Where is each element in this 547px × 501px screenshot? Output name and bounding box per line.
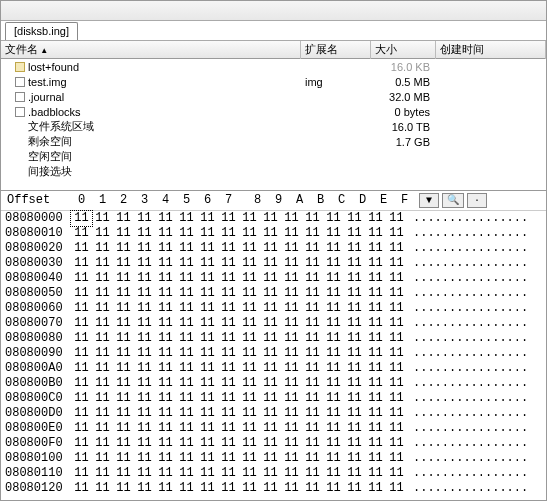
- list-item[interactable]: .badblocks0 bytes: [1, 104, 546, 119]
- hex-byte[interactable]: 11: [344, 331, 365, 346]
- hex-byte[interactable]: 11: [134, 271, 155, 286]
- hex-byte[interactable]: 11: [323, 301, 344, 316]
- hex-byte[interactable]: 11: [281, 376, 302, 391]
- hex-byte[interactable]: 11: [260, 481, 281, 496]
- hex-byte[interactable]: 11: [260, 361, 281, 376]
- hex-byte[interactable]: 11: [134, 301, 155, 316]
- hex-byte[interactable]: 11: [176, 481, 197, 496]
- hex-byte[interactable]: 11: [239, 421, 260, 436]
- hex-byte[interactable]: 11: [134, 226, 155, 241]
- hex-byte[interactable]: 11: [155, 376, 176, 391]
- hex-byte[interactable]: 11: [92, 361, 113, 376]
- hex-byte[interactable]: 11: [386, 346, 407, 361]
- hex-byte[interactable]: 11: [365, 466, 386, 481]
- hex-byte[interactable]: 11: [71, 436, 92, 451]
- hex-byte[interactable]: 11: [155, 361, 176, 376]
- hex-row[interactable]: 080800A011111111111111111111111111111111…: [5, 361, 546, 376]
- hex-byte[interactable]: 11: [155, 256, 176, 271]
- hex-byte[interactable]: 11: [176, 451, 197, 466]
- hex-byte[interactable]: 11: [134, 316, 155, 331]
- hex-byte[interactable]: 11: [71, 361, 92, 376]
- hex-byte[interactable]: 11: [197, 301, 218, 316]
- hex-byte[interactable]: 11: [239, 316, 260, 331]
- list-item[interactable]: .journal32.0 MB: [1, 89, 546, 104]
- column-header-ext[interactable]: 扩展名: [301, 41, 371, 59]
- hex-byte[interactable]: 11: [113, 376, 134, 391]
- hex-byte[interactable]: 11: [155, 211, 176, 226]
- hex-byte[interactable]: 11: [302, 451, 323, 466]
- hex-byte[interactable]: 11: [323, 271, 344, 286]
- hex-byte[interactable]: 11: [365, 346, 386, 361]
- hex-row[interactable]: 0808007011111111111111111111111111111111…: [5, 316, 546, 331]
- hex-byte[interactable]: 11: [218, 466, 239, 481]
- hex-byte[interactable]: 11: [239, 391, 260, 406]
- hex-byte[interactable]: 11: [155, 226, 176, 241]
- hex-byte[interactable]: 11: [281, 436, 302, 451]
- hex-byte[interactable]: 11: [113, 301, 134, 316]
- column-header-name[interactable]: 文件名 ▲: [1, 41, 301, 59]
- hex-byte[interactable]: 11: [113, 226, 134, 241]
- hex-byte[interactable]: 11: [323, 211, 344, 226]
- hex-byte[interactable]: 11: [134, 436, 155, 451]
- hex-byte[interactable]: 11: [302, 376, 323, 391]
- hex-byte[interactable]: 11: [386, 316, 407, 331]
- hex-byte[interactable]: 11: [239, 346, 260, 361]
- hex-byte[interactable]: 11: [365, 376, 386, 391]
- hex-byte[interactable]: 11: [92, 301, 113, 316]
- hex-byte[interactable]: 11: [155, 286, 176, 301]
- hex-byte[interactable]: 11: [155, 271, 176, 286]
- hex-byte[interactable]: 11: [323, 376, 344, 391]
- hex-row[interactable]: 0808002011111111111111111111111111111111…: [5, 241, 546, 256]
- hex-byte[interactable]: 11: [155, 466, 176, 481]
- hex-byte[interactable]: 11: [71, 226, 92, 241]
- hex-byte[interactable]: 11: [176, 241, 197, 256]
- list-item[interactable]: 空闲空间: [1, 149, 546, 164]
- hex-byte[interactable]: 11: [92, 256, 113, 271]
- hex-byte[interactable]: 11: [386, 271, 407, 286]
- hex-byte[interactable]: 11: [239, 481, 260, 496]
- hex-byte[interactable]: 11: [365, 361, 386, 376]
- hex-byte[interactable]: 11: [218, 211, 239, 226]
- hex-byte[interactable]: 11: [155, 316, 176, 331]
- hex-row[interactable]: 0808003011111111111111111111111111111111…: [5, 256, 546, 271]
- hex-byte[interactable]: 11: [134, 286, 155, 301]
- hex-byte[interactable]: 11: [302, 286, 323, 301]
- hex-byte[interactable]: 11: [155, 481, 176, 496]
- hex-byte[interactable]: 11: [176, 406, 197, 421]
- tab-disk-image[interactable]: [disksb.ing]: [5, 22, 78, 40]
- hex-byte[interactable]: 11: [344, 406, 365, 421]
- hex-byte[interactable]: 11: [365, 256, 386, 271]
- hex-byte[interactable]: 11: [260, 301, 281, 316]
- hex-byte[interactable]: 11: [323, 451, 344, 466]
- hex-byte[interactable]: 11: [176, 391, 197, 406]
- hex-byte[interactable]: 11: [197, 241, 218, 256]
- hex-byte[interactable]: 11: [281, 271, 302, 286]
- hex-byte[interactable]: 11: [344, 421, 365, 436]
- hex-byte[interactable]: 11: [113, 391, 134, 406]
- hex-byte[interactable]: 11: [239, 451, 260, 466]
- hex-byte[interactable]: 11: [281, 466, 302, 481]
- hex-byte[interactable]: 11: [92, 271, 113, 286]
- hex-byte[interactable]: 11: [155, 436, 176, 451]
- hex-byte[interactable]: 11: [239, 466, 260, 481]
- column-header-date[interactable]: 创建时间: [436, 41, 546, 59]
- hex-byte[interactable]: 11: [386, 421, 407, 436]
- hex-row[interactable]: 080800D011111111111111111111111111111111…: [5, 406, 546, 421]
- hex-byte[interactable]: 11: [197, 286, 218, 301]
- hex-byte[interactable]: 11: [386, 211, 407, 226]
- hex-byte[interactable]: 11: [71, 466, 92, 481]
- hex-extra-button[interactable]: ·: [467, 193, 487, 208]
- hex-byte[interactable]: 11: [260, 226, 281, 241]
- hex-row[interactable]: 0808008011111111111111111111111111111111…: [5, 331, 546, 346]
- hex-row[interactable]: 0808010011111111111111111111111111111111…: [5, 451, 546, 466]
- hex-byte[interactable]: 11: [176, 346, 197, 361]
- hex-byte[interactable]: 11: [176, 436, 197, 451]
- hex-byte[interactable]: 11: [365, 301, 386, 316]
- hex-byte[interactable]: 11: [344, 301, 365, 316]
- hex-byte[interactable]: 11: [92, 226, 113, 241]
- hex-byte[interactable]: 11: [260, 316, 281, 331]
- hex-byte[interactable]: 11: [344, 466, 365, 481]
- hex-byte[interactable]: 11: [323, 346, 344, 361]
- hex-byte[interactable]: 11: [92, 391, 113, 406]
- hex-byte[interactable]: 11: [281, 241, 302, 256]
